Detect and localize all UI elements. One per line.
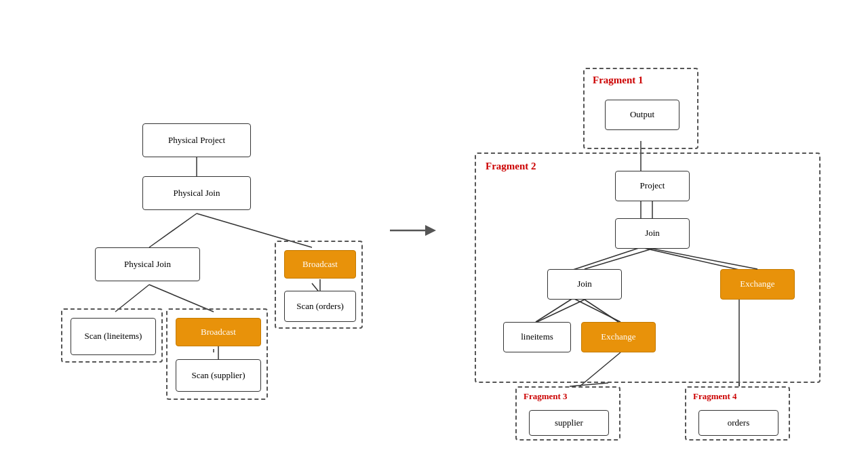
- dashed-fragment3: Fragment 3 supplier: [515, 386, 620, 441]
- node-broadcast-bottom: Broadcast: [176, 318, 261, 346]
- right-diagram: Fragment 1 Output Fragment 2 Project Joi…: [448, 27, 848, 447]
- svg-line-20: [585, 249, 652, 269]
- node-project: Project: [615, 171, 690, 201]
- fragment2-label: Fragment 2: [486, 161, 536, 172]
- node-exchange-right: Exchange: [720, 269, 795, 300]
- svg-line-23: [585, 300, 618, 322]
- dashed-fragment2: Fragment 2 Project Join Join Exchange li…: [475, 152, 821, 383]
- fragment4-label: Fragment 4: [693, 391, 737, 402]
- dashed-scan-lineitems: Scan (lineitems): [61, 308, 163, 363]
- svg-line-3: [115, 285, 149, 312]
- node-lineitems: lineitems: [503, 322, 571, 352]
- node-physical-join-left: Physical Join: [95, 247, 200, 281]
- arrow-container: [387, 217, 441, 244]
- svg-line-21: [652, 249, 757, 269]
- node-join-left: Join: [547, 269, 622, 300]
- svg-line-22: [537, 300, 585, 322]
- node-output: Output: [605, 100, 679, 130]
- node-exchange-bottom: Exchange: [581, 322, 656, 352]
- dashed-broadcast-bottom: Broadcast Scan (supplier): [166, 308, 268, 400]
- left-diagram: Physical Project Physical Join Physical …: [41, 41, 393, 420]
- node-join-top: Join: [615, 218, 690, 249]
- node-scan-supplier: Scan (supplier): [176, 359, 261, 392]
- dashed-fragment1: Fragment 1 Output: [583, 68, 698, 149]
- node-orders: orders: [698, 410, 778, 436]
- svg-marker-10: [425, 225, 436, 236]
- svg-line-4: [149, 285, 214, 312]
- fragment1-label: Fragment 1: [593, 75, 644, 86]
- node-physical-project: Physical Project: [142, 123, 251, 157]
- node-broadcast-top: Broadcast: [284, 250, 356, 279]
- node-scan-orders-left: Scan (orders): [284, 291, 356, 322]
- fragment3-label: Fragment 3: [524, 391, 568, 402]
- dashed-fragment4: Fragment 4 orders: [685, 386, 790, 441]
- dashed-broadcast-top: Broadcast Scan (orders): [275, 241, 363, 329]
- node-scan-lineitems: Scan (lineitems): [71, 318, 156, 355]
- node-supplier: supplier: [529, 410, 609, 436]
- main-container: Physical Project Physical Join Physical …: [0, 0, 868, 469]
- svg-line-1: [149, 213, 197, 247]
- node-physical-join-top: Physical Join: [142, 176, 251, 210]
- transform-arrow: [390, 217, 437, 244]
